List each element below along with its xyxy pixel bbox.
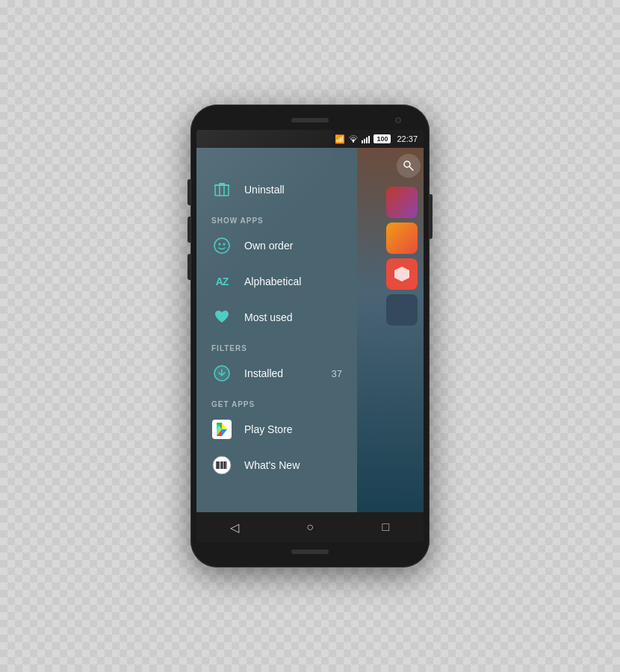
phone-screen: 📶 100 22:37 [196,130,424,542]
installed-label: Installed [244,367,332,379]
play-store-item[interactable]: Play Store [196,411,357,447]
play-store-label: Play Store [244,423,342,435]
speaker [291,118,329,122]
heart-icon [211,307,232,328]
recents-button[interactable]: □ [371,512,400,542]
status-bar: 📶 100 22:37 [196,130,424,148]
drawer-header [196,148,357,172]
whats-new-item[interactable]: What's New [196,447,357,483]
navigation-bar: ◁ ○ □ [196,512,424,542]
uninstall-item[interactable]: Uninstall [196,172,357,208]
whats-new-icon [211,455,232,476]
screen-content: Uninstall SHOW APPS Own order [196,148,424,512]
download-icon [211,363,232,384]
battery-icon: 100 [373,134,391,143]
camera [395,117,401,123]
svg-point-0 [353,141,354,143]
clock: 22:37 [397,134,418,143]
signal-bars-icon [362,134,371,143]
svg-rect-7 [215,185,229,196]
filters-section-header: FILTERS [196,335,357,355]
az-icon: AZ [211,271,232,292]
app-icon-1 [386,187,418,218]
svg-point-12 [214,238,229,253]
svg-point-13 [219,243,221,246]
most-used-label: Most used [244,311,342,323]
get-apps-section-header: GET APPS [196,391,357,411]
wifi-icon: 📶 [335,134,345,144]
volume-up-button[interactable] [187,179,190,205]
app-icon-3 [386,258,418,290]
show-apps-section-header: SHOW APPS [196,208,357,228]
search-button[interactable] [397,154,421,178]
own-order-label: Own order [244,240,342,252]
home-indicator [291,550,329,554]
volume-down-button[interactable] [187,217,190,243]
phone-bottom [196,545,424,559]
svg-point-14 [223,243,226,246]
alphabetical-label: Alphabetical [244,276,342,287]
most-used-item[interactable]: Most used [196,299,357,335]
alphabetical-item[interactable]: AZ Alphabetical [196,264,357,299]
home-button[interactable]: ○ [295,512,325,542]
phone-top [196,113,424,127]
whats-new-label: What's New [244,459,342,471]
svg-line-6 [410,167,414,171]
svg-rect-4 [368,136,370,143]
uninstall-label: Uninstall [244,184,342,196]
installed-count: 37 [332,368,342,379]
own-order-icon [211,235,232,256]
back-button[interactable]: ◁ [220,512,249,542]
svg-rect-2 [364,139,365,143]
search-icon [403,160,415,172]
phone-frame: 📶 100 22:37 [190,105,430,567]
app-icon-4 [386,294,418,326]
wifi-signal-icon [348,134,359,143]
power-button[interactable] [430,194,433,239]
svg-rect-3 [366,137,368,143]
status-icons: 📶 100 22:37 [335,134,418,144]
own-order-item[interactable]: Own order [196,228,357,264]
trash-icon [211,179,232,200]
installed-item[interactable]: Installed 37 [196,355,357,391]
svg-rect-1 [362,140,363,143]
camera-button[interactable] [187,254,190,280]
drawer-panel: Uninstall SHOW APPS Own order [196,148,357,512]
play-store-icon [211,419,232,440]
svg-point-5 [404,161,410,167]
app-icon-2 [386,223,418,254]
